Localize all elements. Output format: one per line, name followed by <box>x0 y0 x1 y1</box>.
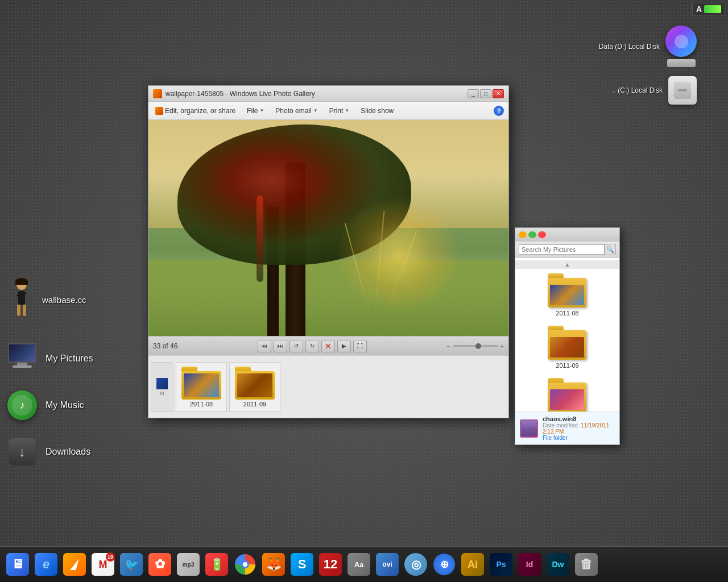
taskbar-icon-ie[interactable]: e <box>33 551 59 577</box>
fullscreen-btn[interactable]: ⛶ <box>353 340 367 352</box>
zoom-plus[interactable]: + <box>500 343 504 350</box>
taskbar-icon-ai[interactable]: Ai <box>460 551 486 577</box>
folder-label-2011-09: 2011-09 <box>556 362 578 369</box>
search-panel-close[interactable] <box>538 231 546 238</box>
search-panel-minimize[interactable] <box>519 231 527 238</box>
taskbar-icon-battery[interactable]: 🔋 <box>204 551 230 577</box>
data-disk-icon[interactable]: Data (D:) Local Disk <box>599 26 697 67</box>
taskbar-icon-trash[interactable]: 🗑 <box>573 551 599 577</box>
chrome-icon <box>235 554 255 575</box>
taskbar-icon-safari[interactable]: ⊕ <box>431 551 457 577</box>
battery-icon: 🔋 <box>205 553 228 576</box>
search-button[interactable]: 🔍 <box>605 244 616 255</box>
print-menu[interactable]: Print ▼ <box>327 106 352 116</box>
scroll-up-btn[interactable]: ▲ <box>515 260 619 269</box>
help-button[interactable]: ? <box>494 106 504 116</box>
taskbar-icon-ps[interactable]: Ps <box>488 551 514 577</box>
trash-icon: 🗑 <box>575 553 598 576</box>
thumb-folder-1[interactable]: 2011-08 <box>176 362 227 412</box>
thumb-folder-2-label: 2011-09 <box>243 401 266 408</box>
photo-email-menu[interactable]: Photo email ▼ <box>273 106 320 116</box>
mp3-icon: mp3 <box>177 553 200 576</box>
ie-icon: e <box>35 553 57 576</box>
ovi-icon: ovi <box>376 553 399 576</box>
finder-icon: 🖥 <box>6 553 29 576</box>
orbit-icon: ◎ <box>404 553 427 576</box>
folder-list: ▲ 2011-08 2011-09 <box>515 258 619 411</box>
thumb-collapse-left[interactable]: H <box>151 362 173 412</box>
search-panel-maximize[interactable] <box>528 231 536 238</box>
file-menu[interactable]: File ▼ <box>245 106 266 116</box>
wallbase-label: wallbase.cc <box>42 295 86 305</box>
chaos-info: chaos.win8 Date modified: 11/19/2011 2:1… <box>543 415 615 441</box>
indicator-letter: A <box>696 5 702 14</box>
gallery-minimize-btn[interactable]: _ <box>468 89 479 98</box>
taskbar-icon-font[interactable]: Aa <box>346 551 372 577</box>
delete-btn[interactable]: ✕ <box>321 340 335 352</box>
taskbar-icon-12[interactable]: 12 <box>317 551 344 577</box>
ai-icon: Ai <box>461 553 484 576</box>
search-panel-titlebar <box>515 228 619 242</box>
slideshow-btn[interactable]: ▶ <box>337 340 351 352</box>
search-input[interactable] <box>519 244 605 255</box>
taskbar-icon-mp3[interactable]: mp3 <box>175 551 201 577</box>
thumbnail-strip: H 2011-08 2011-09 <box>148 355 508 418</box>
ps-icon: Ps <box>490 553 512 576</box>
gallery-maximize-btn[interactable]: □ <box>480 89 491 98</box>
language-indicator[interactable]: A <box>692 3 725 15</box>
rotate-left-btn[interactable]: ↺ <box>289 340 303 352</box>
first-photo-btn[interactable]: ⏮ <box>258 340 271 352</box>
taskbar-icon-ovi[interactable]: ovi <box>374 551 400 577</box>
flower-icon: ✿ <box>148 553 171 576</box>
dw-icon: Dw <box>547 553 569 576</box>
folder-body-2 <box>548 330 586 360</box>
slideshow-menu[interactable]: Slide show <box>358 106 396 116</box>
taskbar-icon-gmail[interactable]: M 19 <box>90 551 116 577</box>
taskbar-icon-finder[interactable]: 🖥 <box>5 551 31 577</box>
top-toolbar: A <box>692 3 725 15</box>
folder-preview-2 <box>550 337 584 357</box>
zoom-controls: − + <box>446 343 504 350</box>
chaos-name: chaos.win8 <box>543 415 615 422</box>
last-photo-btn[interactable]: ⏭ <box>274 340 287 352</box>
slideshow-label: Slide show <box>361 107 394 115</box>
file-arrow: ▼ <box>259 108 264 113</box>
taskbar-icon-id[interactable]: Id <box>516 551 543 577</box>
safari-icon: ⊕ <box>433 554 455 575</box>
twitter-icon: 🐦 <box>120 553 143 576</box>
print-label: Print <box>329 107 344 115</box>
taskbar-icon-firefox[interactable]: 🦊 <box>260 551 287 577</box>
gallery-menubar: Edit, organize, or share File ▼ Photo em… <box>148 102 508 120</box>
toolbar-green-bar <box>704 5 721 13</box>
downloads-icon[interactable]: ↓ Downloads <box>7 436 90 467</box>
taskbar-icon-twitter[interactable]: 🐦 <box>118 551 144 577</box>
gallery-close-btn[interactable]: ✕ <box>493 89 504 98</box>
rotate-right-btn[interactable]: ↻ <box>305 340 319 352</box>
file-label: File <box>247 107 258 115</box>
taskbar-icon-dw[interactable]: Dw <box>545 551 571 577</box>
zoom-minus[interactable]: − <box>446 343 450 350</box>
print-arrow: ▼ <box>345 108 349 113</box>
edit-organize-menu[interactable]: Edit, organize, or share <box>153 106 238 116</box>
zoom-slider[interactable] <box>453 345 498 347</box>
skype-icon: S <box>291 553 313 576</box>
folder-item-2011-08[interactable]: 2011-08 <box>515 269 619 321</box>
taskbar-icon-flash[interactable] <box>61 551 88 577</box>
folder-item-2011-09[interactable]: 2011-09 <box>515 321 619 373</box>
my-music-icon[interactable]: ♪ My Music <box>7 390 84 421</box>
search-panel-controls <box>519 231 546 238</box>
thumb-folder-2[interactable]: 2011-09 <box>229 362 280 412</box>
chaos-type: File folder <box>543 435 615 441</box>
wallbase-icon[interactable]: wallbase.cc <box>7 277 86 322</box>
chaos-item[interactable]: chaos.win8 Date modified: 11/19/2011 2:1… <box>515 411 619 444</box>
c-disk-icon[interactable]: .. (C:) Local Disk <box>612 76 697 105</box>
taskbar-icon-orbit[interactable]: ◎ <box>403 551 429 577</box>
my-music-label: My Music <box>46 400 84 410</box>
taskbar-icon-flower[interactable]: ✿ <box>147 551 173 577</box>
search-bar-container: 🔍 <box>515 242 619 258</box>
taskbar-icon-skype[interactable]: S <box>289 551 315 577</box>
folder-item-nicolle[interactable]: 2011-09-14 nicolle <box>515 373 619 411</box>
font-icon: Aa <box>348 553 370 576</box>
my-pictures-icon[interactable]: My Pictures <box>7 343 93 374</box>
taskbar-icon-chrome[interactable] <box>232 551 258 577</box>
